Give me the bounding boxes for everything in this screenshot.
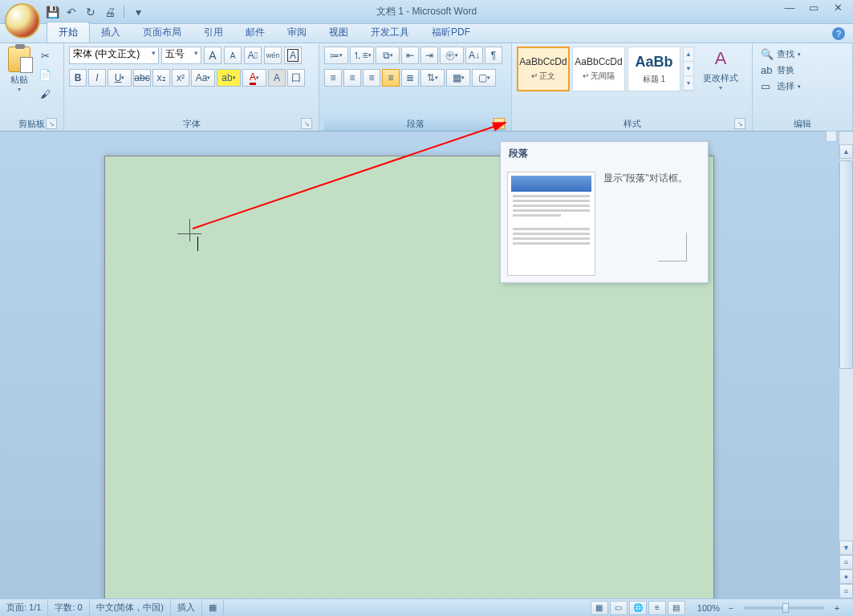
style-expand[interactable]: ▾ [684,76,693,91]
zoom-in-button[interactable]: + [831,603,843,613]
quickprint-icon[interactable]: 🖨 [103,5,117,19]
view-fullscreen-icon[interactable]: ▭ [610,601,628,615]
find-button[interactable]: 🔍查找▾ [758,47,804,62]
tab-insert[interactable]: 插入 [90,22,132,43]
browse-object-button[interactable]: ● [839,569,853,584]
view-draft-icon[interactable]: ▤ [668,601,685,615]
tab-references[interactable]: 引用 [193,22,234,43]
text-cursor [197,237,198,251]
strikethrough-button[interactable]: abc [133,69,151,87]
phonetic-button[interactable]: wén [264,47,282,64]
format-painter-icon[interactable]: 🖌 [36,85,54,103]
maximize-button[interactable]: ▭ [802,0,826,14]
style-nospacing[interactable]: AaBbCcDd ↵ 无间隔 [572,47,625,91]
style-scroll-up[interactable]: ▲ [684,47,693,62]
tooltip-corner-icon [658,233,687,261]
align-left-button[interactable]: ≡ [324,69,342,87]
paragraph-launcher[interactable]: ↘ [494,118,505,129]
numbering-button[interactable]: ⒈≡▾ [350,47,374,64]
char-border-button[interactable]: A [284,47,302,64]
zoom-level[interactable]: 100% [693,603,725,613]
zoom-slider[interactable] [744,606,824,610]
multilevel-button[interactable]: ⧉▾ [376,47,400,64]
scroll-up-button[interactable]: ▲ [839,144,853,159]
change-styles-icon: A [709,47,733,71]
cut-icon[interactable]: ✂ [36,47,54,64]
view-outline-icon[interactable]: ≡ [648,601,666,615]
line-spacing-button[interactable]: ⇅▾ [420,69,445,87]
clipboard-launcher[interactable]: ↘ [46,118,57,129]
clear-format-button[interactable]: Aͣ [244,47,262,64]
minimize-button[interactable]: — [778,0,802,14]
tab-foxitpdf[interactable]: 福昕PDF [420,22,481,43]
subscript-button[interactable]: x₂ [152,69,170,87]
view-printlayout-icon[interactable]: ▦ [591,601,608,615]
find-icon: 🔍 [761,48,774,60]
grow-font-button[interactable]: A [204,47,221,64]
font-launcher[interactable]: ↘ [301,118,312,129]
vertical-scrollbar[interactable]: ▲ ▼ ≡ ● ≡ [839,132,853,598]
change-case-button[interactable]: Aa▾ [191,69,215,87]
shading-button[interactable]: ▦▾ [446,69,470,87]
shrink-font-button[interactable]: A [224,47,242,64]
borders-button[interactable]: ▢▾ [472,69,496,87]
align-justify-button[interactable]: ≡ [382,69,400,87]
font-size-combo[interactable]: 五号 [161,47,201,64]
zoom-out-button[interactable]: − [725,603,737,613]
asian-layout-button[interactable]: ㊥▾ [440,47,464,64]
status-wordcount[interactable]: 字数: 0 [48,599,89,616]
zoom-thumb[interactable] [782,603,789,613]
tab-developer[interactable]: 开发工具 [359,22,420,43]
align-distribute-button[interactable]: ≣ [401,69,419,87]
align-right-button[interactable]: ≡ [363,69,380,87]
superscript-button[interactable]: x² [172,69,189,87]
increase-indent-button[interactable]: ⇥ [420,47,438,64]
char-shading-button[interactable]: A [268,69,286,87]
next-page-button[interactable]: ≡ [839,584,853,598]
style-scroll-down[interactable]: ▼ [684,62,693,76]
font-name-combo[interactable]: 宋体 (中文正文) [69,47,159,64]
tab-review[interactable]: 审阅 [276,22,318,43]
underline-button[interactable]: U▾ [108,69,132,87]
styles-launcher[interactable]: ↘ [734,118,745,129]
office-button[interactable] [5,3,40,38]
style-heading1[interactable]: AaBb 标题 1 [628,47,680,91]
italic-button[interactable]: I [88,69,106,87]
enclose-char-button[interactable]: 囗 [287,69,305,87]
font-color-button[interactable]: A▾ [242,69,266,87]
tab-home[interactable]: 开始 [47,22,90,43]
undo-icon[interactable]: ↶ [64,5,79,19]
view-web-icon[interactable]: 🌐 [629,601,647,615]
status-language[interactable]: 中文(简体，中国) [90,599,171,616]
save-icon[interactable]: 💾 [45,5,59,19]
scroll-thumb[interactable] [839,160,853,369]
tab-mailings[interactable]: 邮件 [234,22,276,43]
paste-button[interactable]: 粘贴 ▾ [5,47,34,93]
highlight-button[interactable]: ab▾ [217,69,241,87]
close-button[interactable]: ✕ [826,0,850,14]
copy-icon[interactable]: 📄 [36,66,54,83]
style-preview: AaBbCcDd [519,56,567,67]
sort-button[interactable]: A↓ [465,47,483,64]
tab-pagelayout[interactable]: 页面布局 [132,22,193,43]
style-normal[interactable]: AaBbCcDd ↵ 正文 [517,47,570,91]
tab-view[interactable]: 视图 [318,22,359,43]
tooltip-thumbnail [507,172,595,276]
select-button[interactable]: ▭选择▾ [758,79,804,94]
bold-button[interactable]: B [69,69,87,87]
qat-customize-icon[interactable]: ▾ [131,5,145,19]
show-marks-button[interactable]: ¶ [485,47,502,64]
ruler-toggle[interactable] [826,131,837,142]
status-macro-icon[interactable]: ▦ [202,599,224,616]
change-styles-button[interactable]: A 更改样式 ▾ [701,47,740,91]
bullets-button[interactable]: ≔▾ [324,47,348,64]
replace-button[interactable]: ab替换 [758,63,798,78]
scroll-down-button[interactable]: ▼ [839,541,853,555]
help-icon[interactable]: ? [832,27,845,40]
status-page[interactable]: 页面: 1/1 [0,599,48,616]
redo-icon[interactable]: ↻ [83,5,98,19]
align-center-button[interactable]: ≡ [343,69,361,87]
status-insertmode[interactable]: 插入 [171,599,202,616]
prev-page-button[interactable]: ≡ [839,555,853,569]
decrease-indent-button[interactable]: ⇤ [401,47,419,64]
